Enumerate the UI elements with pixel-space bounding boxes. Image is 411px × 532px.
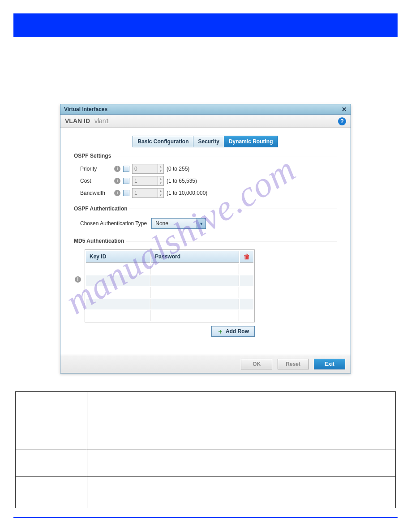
- row-priority: Priority i ▲▼ (0 to 255): [80, 164, 337, 174]
- table-row[interactable]: [86, 287, 253, 298]
- md5-auth-legend: MD5 Authentication: [74, 238, 126, 244]
- ospf-auth-legend: OSPF Authentication: [74, 206, 129, 212]
- caret-down-icon[interactable]: ▼: [158, 169, 163, 173]
- bandwidth-range: (1 to 10,000,000): [167, 190, 207, 196]
- priority-stepper[interactable]: ▲▼: [132, 164, 164, 174]
- virtual-interfaces-dialog: Virtual Interfaces ✕ VLAN ID vlan1 ? Bas…: [60, 104, 351, 373]
- reset-button[interactable]: Reset: [278, 359, 309, 369]
- priority-range: (0 to 255): [167, 166, 189, 172]
- table-row[interactable]: [86, 275, 253, 286]
- info-icon[interactable]: i: [114, 178, 120, 184]
- md5-table: Key ID Password 🗑: [85, 249, 255, 322]
- dialog-subheader: VLAN ID vlan1 ?: [60, 115, 351, 128]
- doc-cell: [87, 477, 396, 508]
- caret-up-icon[interactable]: ▲: [158, 176, 163, 181]
- close-icon[interactable]: ✕: [342, 106, 347, 113]
- priority-checkbox[interactable]: [123, 166, 129, 172]
- row-cost: Cost i ▲▼ (1 to 65,535): [80, 176, 337, 186]
- vlan-id-label: VLAN ID: [65, 117, 90, 124]
- doc-cell: [16, 477, 87, 508]
- table-row[interactable]: [86, 299, 253, 309]
- cost-range: (1 to 65,535): [167, 178, 197, 184]
- bandwidth-stepper[interactable]: ▲▼: [132, 188, 164, 198]
- doc-cell: [87, 450, 396, 477]
- row-bandwidth: Bandwidth i ▲▼ (1 to 10,000,000): [80, 188, 337, 198]
- priority-label: Priority: [80, 166, 111, 172]
- caret-up-icon[interactable]: ▲: [158, 164, 163, 169]
- tab-security[interactable]: Security: [193, 136, 224, 147]
- tab-strip: Basic ConfigurationSecurityDynamic Routi…: [74, 136, 337, 147]
- page-top-bar: [13, 13, 398, 37]
- document-table: [15, 391, 396, 508]
- ospf-auth-section: OSPF Authentication Chosen Authenticatio…: [74, 206, 337, 232]
- dialog-footer: OK Reset Exit: [60, 355, 351, 373]
- cost-checkbox[interactable]: [123, 178, 129, 184]
- table-row[interactable]: [86, 310, 253, 321]
- col-password[interactable]: Password: [151, 251, 239, 263]
- add-row-button[interactable]: ＋ Add Row: [211, 326, 255, 337]
- cost-input[interactable]: [133, 176, 158, 185]
- bandwidth-checkbox[interactable]: [123, 190, 129, 196]
- tab-basic-configuration[interactable]: Basic Configuration: [133, 136, 193, 147]
- table-row[interactable]: [86, 264, 253, 275]
- info-icon[interactable]: i: [114, 166, 120, 172]
- caret-down-icon[interactable]: ▼: [158, 193, 163, 197]
- tab-dynamic-routing[interactable]: Dynamic Routing: [224, 136, 278, 147]
- doc-cell: [16, 392, 87, 450]
- dialog-title-bar[interactable]: Virtual Interfaces ✕: [60, 104, 351, 115]
- info-icon[interactable]: i: [75, 276, 81, 283]
- dialog-title: Virtual Interfaces: [64, 106, 107, 112]
- trash-icon[interactable]: 🗑: [244, 253, 250, 260]
- auth-type-dropdown[interactable]: None ▼: [151, 218, 206, 229]
- ok-button[interactable]: OK: [241, 359, 272, 369]
- priority-input[interactable]: [133, 164, 158, 173]
- ospf-settings-section: OSPF Settings Priority i ▲▼ (0 to 255) C…: [74, 153, 337, 200]
- doc-cell: [87, 392, 396, 450]
- col-key-id[interactable]: Key ID: [86, 251, 150, 263]
- auth-type-value: None: [152, 220, 197, 227]
- page-bottom-rule: [13, 517, 398, 518]
- vlan-id-value: vlan1: [94, 117, 109, 124]
- add-row-label: Add Row: [226, 328, 249, 335]
- chevron-down-icon[interactable]: ▼: [197, 219, 206, 228]
- info-icon[interactable]: i: [114, 190, 120, 196]
- ospf-settings-legend: OSPF Settings: [74, 153, 113, 159]
- cost-stepper[interactable]: ▲▼: [132, 176, 164, 186]
- cost-label: Cost: [80, 178, 111, 184]
- caret-down-icon[interactable]: ▼: [158, 181, 163, 185]
- doc-cell: [16, 450, 87, 477]
- exit-button[interactable]: Exit: [314, 359, 345, 369]
- bandwidth-label: Bandwidth: [80, 190, 111, 196]
- caret-up-icon[interactable]: ▲: [158, 189, 163, 193]
- bandwidth-input[interactable]: [133, 189, 158, 197]
- help-icon[interactable]: ?: [338, 117, 346, 125]
- md5-auth-section: MD5 Authentication i Key ID Password 🗑: [74, 238, 337, 337]
- auth-type-label: Chosen Authentication Type: [80, 220, 147, 227]
- plus-icon: ＋: [217, 329, 223, 334]
